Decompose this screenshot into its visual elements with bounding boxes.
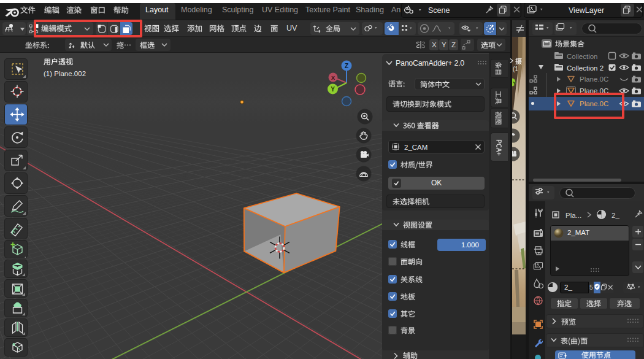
svg-text:Y: Y <box>513 80 516 86</box>
svg-text:Z: Z <box>345 63 348 69</box>
svg-text:Y: Y <box>331 86 335 93</box>
svg-text:X: X <box>331 75 335 81</box>
